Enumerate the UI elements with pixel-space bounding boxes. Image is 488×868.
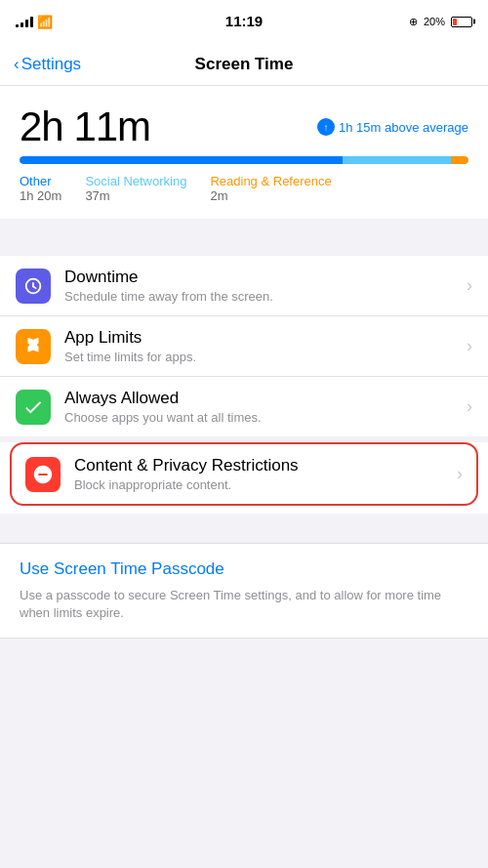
progress-social <box>343 156 450 164</box>
downtime-text: Downtime Schedule time away from the scr… <box>64 268 467 304</box>
downtime-subtitle: Schedule time away from the screen. <box>64 289 467 304</box>
always-allowed-icon <box>16 390 51 425</box>
category-reading-time: 2m <box>210 188 331 203</box>
page-title: Screen Time <box>195 55 294 74</box>
always-allowed-subtitle: Choose apps you want at all times. <box>64 410 467 425</box>
use-passcode-link[interactable]: Use Screen Time Passcode <box>20 559 468 579</box>
category-other: Other 1h 20m <box>20 174 61 203</box>
category-social-label: Social Networking <box>85 174 186 188</box>
category-other-label: Other <box>20 174 61 188</box>
app-limits-icon <box>16 329 51 364</box>
app-limits-title: App Limits <box>64 328 467 348</box>
downtime-title: Downtime <box>64 268 467 287</box>
category-social-time: 37m <box>85 188 186 203</box>
settings-item-content-privacy[interactable]: Content & Privacy Restrictions Block ina… <box>10 442 478 506</box>
settings-item-always-allowed[interactable]: Always Allowed Choose apps you want at a… <box>0 377 488 436</box>
content-privacy-title: Content & Privacy Restrictions <box>74 456 463 475</box>
app-limits-subtitle: Set time limits for apps. <box>64 350 467 364</box>
progress-reading <box>451 156 468 164</box>
content-privacy-subtitle: Block inappropriate content. <box>74 477 463 492</box>
screentime-header: 2h 11m ↑ 1h 15m above average <box>20 103 468 150</box>
status-bar: 📶 11:19 ⊕ 20% <box>0 0 488 43</box>
category-reading: Reading & Reference 2m <box>210 174 331 203</box>
category-other-time: 1h 20m <box>20 188 61 203</box>
chevron-left-icon: ‹ <box>14 55 20 74</box>
settings-item-app-limits[interactable]: App Limits Set time limits for apps. › <box>0 316 488 377</box>
status-right: ⊕ 20% <box>409 16 472 28</box>
downtime-icon <box>16 269 51 304</box>
chevron-right-icon: › <box>457 464 463 484</box>
back-button[interactable]: ‹ Settings <box>14 55 81 74</box>
usage-progress-bar <box>20 156 468 164</box>
back-label: Settings <box>21 55 81 74</box>
status-time: 11:19 <box>225 13 263 29</box>
arrow-up-icon: ↑ <box>317 118 335 136</box>
passcode-description: Use a passcode to secure Screen Time set… <box>20 587 468 622</box>
wifi-icon: 📶 <box>37 15 53 29</box>
signal-icon <box>16 16 33 27</box>
battery-percent: 20% <box>424 16 445 27</box>
nav-bar: ‹ Settings Screen Time <box>0 43 488 86</box>
settings-item-downtime[interactable]: Downtime Schedule time away from the scr… <box>0 256 488 316</box>
screentime-card: 2h 11m ↑ 1h 15m above average Other 1h 2… <box>0 86 488 219</box>
category-social: Social Networking 37m <box>85 174 186 203</box>
screentime-total: 2h 11m <box>20 103 150 150</box>
chevron-right-icon: › <box>467 396 472 417</box>
progress-other <box>20 156 343 164</box>
status-left: 📶 <box>16 15 53 29</box>
passcode-section: Use Screen Time Passcode Use a passcode … <box>0 543 488 639</box>
above-avg-label: 1h 15m above average <box>339 120 468 135</box>
location-icon: ⊕ <box>409 16 418 28</box>
settings-section: Downtime Schedule time away from the scr… <box>0 256 488 436</box>
above-average-badge: ↑ 1h 15m above average <box>317 118 468 136</box>
always-allowed-text: Always Allowed Choose apps you want at a… <box>64 389 467 425</box>
category-reading-label: Reading & Reference <box>210 174 331 188</box>
content-privacy-icon <box>25 457 61 492</box>
section-divider-1 <box>0 219 488 256</box>
always-allowed-title: Always Allowed <box>64 389 467 408</box>
content-privacy-text: Content & Privacy Restrictions Block ina… <box>74 456 463 492</box>
chevron-right-icon: › <box>467 275 472 296</box>
battery-icon <box>451 17 472 27</box>
category-row: Other 1h 20m Social Networking 37m Readi… <box>20 174 468 203</box>
chevron-right-icon: › <box>467 336 472 356</box>
bottom-area <box>0 639 488 697</box>
app-limits-text: App Limits Set time limits for apps. <box>64 328 467 364</box>
